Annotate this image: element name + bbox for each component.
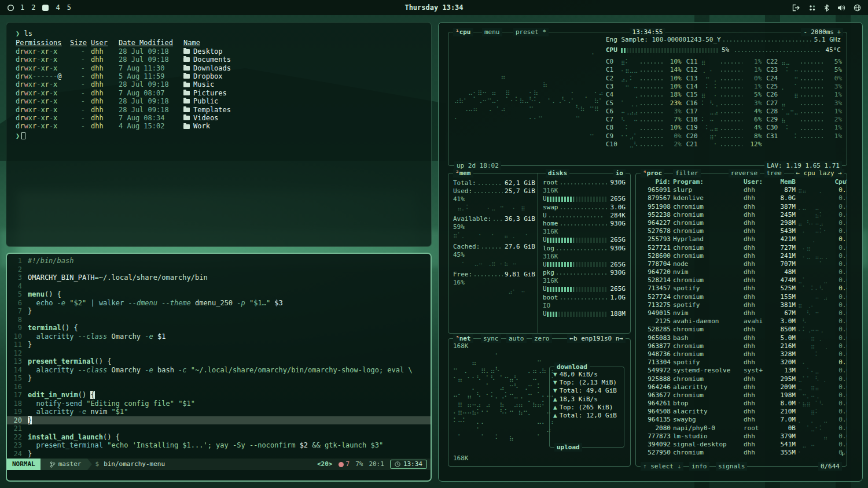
- process-row[interactable]: 713275spotifydhh381M⣶⠀⢀⠄⠀⠀⠀⠀0.0: [636, 301, 847, 309]
- terminal-ls-window[interactable]: ❯ ls PermissionsSizeUserDate ModifiedNam…: [6, 22, 432, 247]
- name-cell[interactable]: Templates: [183, 106, 422, 114]
- editor-line[interactable]: 16: [7, 383, 431, 391]
- select-hint[interactable]: ↑ select ↓: [641, 462, 683, 471]
- editor-line[interactable]: 20}: [7, 416, 431, 425]
- editor-line[interactable]: 6 echo -e "$2" | walker --dmenu --theme …: [7, 299, 431, 308]
- process-row[interactable]: 713304spotifydhh320M⠀⠄⠀⠀⠀⠀⠀⠀0.2: [636, 358, 847, 367]
- process-row[interactable]: 2080napi/phy0-0root0B⠀⠀⠁⣀⠂⠅⠀⠀0.0: [636, 424, 847, 432]
- tree-button[interactable]: tree: [764, 169, 785, 178]
- name-cell[interactable]: Pictures: [183, 89, 422, 97]
- editor-line[interactable]: 17edit_in_nvim() {: [7, 391, 431, 400]
- col-user[interactable]: User:: [744, 178, 768, 186]
- workspace-5[interactable]: 5: [67, 3, 71, 12]
- process-row[interactable]: 527950chromiumdhh355M⠂⠀⠀⠀⠀⠀⠀⠀0.0: [636, 449, 847, 457]
- process-row[interactable]: 964261btopdhh8.0M⠂⣦⣶⠀⠁⠣⠀⡀0.0: [636, 400, 847, 408]
- process-row[interactable]: 964227chromiumdhh298M⣤⠀⠣⠄⠤⣠⠀⢀0.0: [636, 219, 847, 227]
- editor-line[interactable]: 10 alacritty --class Omarchy -e $1: [7, 332, 431, 341]
- editor-line[interactable]: 15}: [7, 374, 431, 383]
- process-row[interactable]: 965083bashdhh5.0M⠀⠀⠀⣶⠀⡀⠀⠀0.0: [636, 334, 847, 342]
- mem-box-title[interactable]: ²mem: [453, 169, 473, 178]
- bluetooth-icon[interactable]: [824, 4, 829, 12]
- btop-window[interactable]: ¹cpu menu preset * 13:34:55 - 2000ms + E…: [438, 22, 863, 482]
- name-cell[interactable]: Downloads: [183, 64, 422, 72]
- process-row[interactable]: 948736chromiumdhh328M⠀⠀⠀⠀⠅⠀⠀⠀0.0: [636, 350, 847, 358]
- process-row[interactable]: 964135swaybgdhh7.0M⡀⠀⠀⡀⠀⠀⣀⠀0.0: [636, 416, 847, 424]
- process-row[interactable]: 549972systemd-resolvesyst+13M⠀⠀⠁⠄⣀⠀⠀⠒0.0: [636, 367, 847, 375]
- editor-line[interactable]: 9terminal() {: [7, 324, 431, 332]
- process-row[interactable]: 527724chromiumdhh155M⠀⠀⠀⠀⠤⠀⣠⣤0.0: [636, 293, 847, 301]
- volume-icon[interactable]: [837, 4, 845, 12]
- info-hint[interactable]: info: [689, 462, 709, 471]
- process-row[interactable]: 2125avahi-daemonavahi3.0M⠀⠣⠀⠀⠀⠀⠀⠀0.0: [636, 317, 847, 326]
- logout-icon[interactable]: [792, 4, 800, 12]
- col-pid[interactable]: Pid:: [639, 178, 671, 186]
- col-program[interactable]: Program:: [673, 178, 741, 186]
- process-row[interactable]: 777873lm-studiodhh379M⠀⠀⠀⠀⠀⠀⣤⠁0.0: [636, 432, 847, 441]
- zero-button[interactable]: zero: [532, 334, 552, 343]
- process-row[interactable]: 964246alacrittydhh209M⣀⠀⠀⣶⣤⠀⠀⠀0.0: [636, 383, 847, 391]
- editor-line[interactable]: 12: [7, 349, 431, 358]
- process-row[interactable]: 528600chromiumdhh241M⠀⠄⣀⠀⣤⣀⢀⢀0.0: [636, 252, 847, 260]
- editor-line[interactable]: 18 notify-send "Editing config file" "$1…: [7, 400, 431, 408]
- editor-line[interactable]: 22install_and_launch() {: [7, 433, 431, 442]
- globe-icon[interactable]: [854, 4, 861, 12]
- name-cell[interactable]: Documents: [183, 56, 422, 64]
- vpn-icon[interactable]: [808, 4, 816, 12]
- editor-line[interactable]: 24}: [7, 450, 431, 459]
- sync-button[interactable]: sync: [481, 334, 501, 343]
- name-cell[interactable]: Videos: [183, 114, 422, 122]
- proc-box-title[interactable]: ⁴proc: [641, 169, 664, 178]
- editor-line[interactable]: 23 present_terminal "echo 'Installing $1…: [7, 441, 431, 450]
- process-row[interactable]: 527678chromiumdhh543M⠀⠄⠀⠀⠤⠅⠂⠀0.0: [636, 227, 847, 235]
- editor-line[interactable]: 19 alacritty -e nvim "$1": [7, 408, 431, 416]
- sort-selector[interactable]: ← cpu lazy →: [794, 169, 844, 178]
- net-interface[interactable]: ←b enp191s0 n→: [567, 334, 626, 343]
- name-cell[interactable]: Dropbox: [183, 72, 422, 80]
- name-cell[interactable]: Music: [183, 80, 422, 88]
- process-row[interactable]: 255793Hyprlanddhh421M⠀⠀⠀⢀⠀⠀⠀⠀0.1: [636, 235, 847, 243]
- workspace-1[interactable]: 1: [20, 3, 24, 12]
- cpu-box-title[interactable]: ¹cpu: [453, 28, 473, 36]
- process-row[interactable]: 963677chromiumdhh198M⠀⠒⡀⠤⢀⠀⠀⣀0.0: [636, 391, 847, 400]
- scroll-down-arrow[interactable]: ↓: [840, 450, 844, 458]
- editor-line[interactable]: 21: [7, 424, 431, 433]
- workspace-2[interactable]: 2: [31, 3, 35, 12]
- editor-line[interactable]: 13present_terminal() {: [7, 357, 431, 366]
- menu-button[interactable]: menu: [482, 28, 502, 36]
- name-cell[interactable]: Public: [183, 97, 422, 105]
- interval-plus-button[interactable]: +: [834, 28, 843, 36]
- process-row[interactable]: 951908chromiumdhh387M⡀⣀⠀⠀⣀⠀⠀⠀0.0: [636, 203, 847, 211]
- editor-line[interactable]: 5menu() {: [7, 290, 431, 299]
- process-row[interactable]: 964508alacrittydhh210M⠀⠀⠀⣶⠅⠀⠀⠄0.0: [636, 408, 847, 416]
- net-box-title[interactable]: ³net: [453, 334, 473, 343]
- process-row[interactable]: 925888chromiumdhh295M⣀⠁⠁⠀⠣⠀⡀⠀0.0: [636, 375, 847, 383]
- process-row[interactable]: 713457spotifydhh525M⠀⠁⠀⠅⠄⠣⠀⠀0.4: [636, 284, 847, 293]
- col-memb[interactable]: MemB: [770, 178, 796, 186]
- omarchy-logo-icon[interactable]: [7, 4, 14, 12]
- process-row[interactable]: 879567kdenlivedhh8.0G⠀⠀⠀⠀⠀⠀⠀⠅0.0: [636, 194, 847, 202]
- editor-line[interactable]: 7}: [7, 307, 431, 316]
- editor-window[interactable]: 1#!/bin/bash23OMARCHY_BIN_PATH=~/.local/…: [6, 253, 432, 482]
- editor-line[interactable]: 8: [7, 316, 431, 324]
- process-row[interactable]: 528214chromiumdhh474M⣀⠁⠀⠀⠀⠀⣀⠁0.0: [636, 276, 847, 284]
- process-row[interactable]: 528285chromiumdhh850M⠄⠅⢀⠤⠤⢀⠀⠁0.0: [636, 326, 847, 334]
- editor-line[interactable]: 2: [7, 265, 431, 274]
- process-row[interactable]: 964720nvimdhh48M⠀⠀⠀⠀⠀⠀⠀⠄0.0: [636, 268, 847, 276]
- editor-line[interactable]: 1#!/bin/bash: [7, 257, 431, 265]
- name-cell[interactable]: Desktop: [183, 47, 422, 56]
- reverse-button[interactable]: reverse: [729, 169, 760, 178]
- process-row[interactable]: 952238chromiumdhh245M⠀⠀⠀⠀⣦⠅⠀⠀0.0: [636, 211, 847, 219]
- process-row[interactable]: 965091slurpdhh87M⣶⣤⠀⠀⠀⡀⠀⣠0.3: [636, 186, 847, 194]
- process-row[interactable]: 778704nodedhh707M⠀⠀⠀⠀⠀⠁⠀⠤0.0: [636, 260, 847, 268]
- auto-button[interactable]: auto: [506, 334, 527, 343]
- name-cell[interactable]: Work: [183, 122, 422, 130]
- editor-line[interactable]: 4: [7, 282, 431, 291]
- process-row[interactable]: 963877chromiumdhh216M⠀⠀⠀⣶⠀⠀⢀⠀0.0: [636, 342, 847, 350]
- editor-line[interactable]: 3OMARCHY_BIN_PATH=~/.local/share/omarchy…: [7, 273, 431, 282]
- workspace-active[interactable]: [42, 5, 49, 11]
- editor-line[interactable]: 11}: [7, 341, 431, 349]
- filter-button[interactable]: filter: [673, 169, 701, 178]
- editor-line[interactable]: 14 alacritty --class Omarchy -e bash -c …: [7, 366, 431, 375]
- process-row[interactable]: 527721chromiumdhh727M⠀⠄⣶⠀⠀⠀⠀⠅0.0: [636, 244, 847, 252]
- process-row[interactable]: 394092signal-desktopdhh541M⠀⣀⠀⠤⠀⠀⠀⠀0.0: [636, 441, 847, 449]
